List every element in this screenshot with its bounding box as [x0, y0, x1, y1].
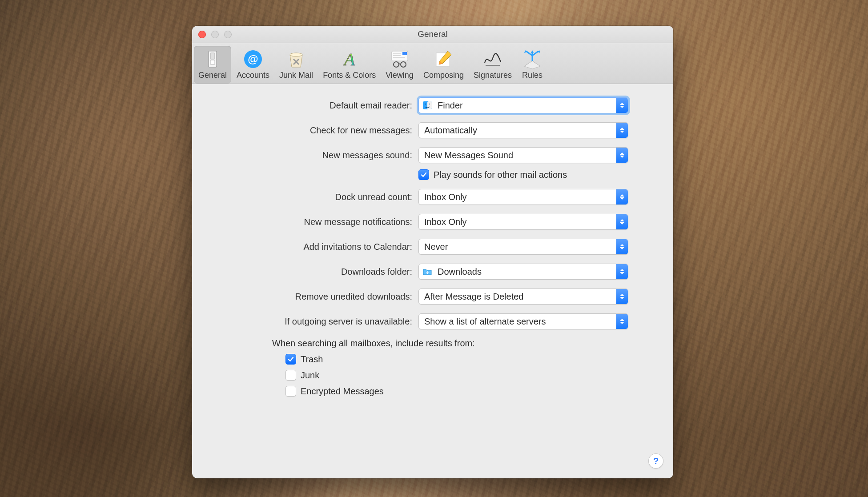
help-icon: ?	[653, 456, 659, 466]
svg-text:A: A	[342, 49, 355, 69]
traffic-lights	[198, 31, 232, 38]
popup-arrows-icon	[616, 264, 628, 279]
default-reader-label: Default email reader:	[210, 100, 418, 111]
new-sound-value: New Messages Sound	[419, 150, 616, 160]
downloads-folder-label: Downloads folder:	[210, 267, 418, 277]
tab-label: Signatures	[474, 71, 512, 80]
search-encrypted-label: Encrypted Messages	[301, 386, 384, 397]
popup-arrows-icon	[616, 289, 628, 304]
help-button[interactable]: ?	[648, 453, 663, 469]
tab-label: Junk Mail	[279, 71, 313, 80]
svg-point-22	[425, 104, 426, 104]
popup-arrows-icon	[616, 189, 628, 204]
tab-general[interactable]: General	[194, 46, 231, 84]
signatures-icon	[482, 48, 503, 70]
check-messages-label: Check for new messages:	[210, 125, 418, 136]
viewing-icon	[389, 48, 410, 70]
svg-rect-2	[210, 60, 215, 64]
tab-accounts[interactable]: @ Accounts	[232, 46, 274, 84]
tab-signatures[interactable]: Signatures	[469, 46, 516, 84]
notifications-value: Inbox Only	[419, 217, 616, 227]
preferences-window: General General @ Accounts	[192, 26, 673, 478]
dock-unread-value: Inbox Only	[419, 192, 616, 202]
notifications-popup[interactable]: Inbox Only	[418, 214, 628, 230]
svg-text:@: @	[248, 53, 258, 65]
tab-label: Rules	[522, 71, 542, 80]
search-heading: When searching all mailboxes, include re…	[272, 338, 655, 349]
remove-downloads-popup[interactable]: After Message is Deleted	[418, 289, 628, 305]
rules-icon	[522, 48, 543, 70]
popup-arrows-icon	[616, 239, 628, 254]
new-sound-label: New messages sound:	[210, 150, 418, 160]
add-invitations-label: Add invitations to Calendar:	[210, 242, 418, 252]
search-trash-checkbox[interactable]	[285, 354, 296, 365]
play-sounds-checkbox[interactable]	[418, 169, 429, 180]
fonts-colors-icon: A	[339, 48, 360, 70]
popup-arrows-icon	[616, 123, 628, 138]
outgoing-unavailable-popup[interactable]: Show a list of alternate servers	[418, 313, 628, 329]
svg-rect-10	[402, 52, 407, 55]
tab-label: General	[198, 71, 227, 80]
downloads-folder-value: Downloads	[436, 267, 616, 277]
svg-point-14	[394, 62, 399, 67]
tab-composing[interactable]: Composing	[419, 46, 468, 84]
window-titlebar: General	[192, 26, 673, 43]
downloads-folder-icon	[422, 267, 432, 277]
general-icon	[202, 48, 223, 70]
default-reader-value: Finder	[436, 100, 616, 111]
search-junk-label: Junk	[301, 370, 319, 381]
composing-icon	[433, 48, 454, 70]
dock-unread-label: Dock unread count:	[210, 192, 418, 202]
tab-junk-mail[interactable]: Junk Mail	[275, 46, 317, 84]
tab-label: Fonts & Colors	[323, 71, 376, 80]
dock-unread-popup[interactable]: Inbox Only	[418, 189, 628, 205]
svg-marker-17	[531, 50, 534, 53]
accounts-icon: @	[242, 48, 264, 70]
new-sound-popup[interactable]: New Messages Sound	[418, 147, 628, 163]
finder-icon	[422, 100, 432, 110]
default-reader-popup[interactable]: Finder	[418, 97, 628, 113]
svg-rect-1	[210, 53, 215, 59]
junk-mail-icon	[285, 48, 307, 70]
svg-rect-21	[427, 101, 432, 109]
minimize-window-button[interactable]	[211, 31, 219, 38]
svg-point-15	[401, 62, 406, 67]
tab-label: Viewing	[386, 71, 414, 80]
window-title: General	[192, 29, 673, 39]
tab-label: Composing	[423, 71, 464, 80]
play-sounds-label: Play sounds for other mail actions	[434, 170, 567, 180]
preferences-toolbar: General @ Accounts Junk Mail	[192, 43, 673, 84]
remove-downloads-value: After Message is Deleted	[419, 292, 616, 302]
add-invitations-popup[interactable]: Never	[418, 239, 628, 255]
search-encrypted-checkbox[interactable]	[285, 386, 296, 397]
tab-viewing[interactable]: Viewing	[381, 46, 418, 84]
outgoing-unavailable-label: If outgoing server is unavailable:	[210, 317, 418, 327]
notifications-label: New message notifications:	[210, 217, 418, 227]
tab-fonts-colors[interactable]: A Fonts & Colors	[318, 46, 380, 84]
popup-arrows-icon	[616, 214, 628, 229]
check-messages-popup[interactable]: Automatically	[418, 122, 628, 138]
general-settings-pane: Default email reader: Finder Check for n…	[192, 84, 673, 410]
zoom-window-button[interactable]	[224, 31, 232, 38]
search-junk-checkbox[interactable]	[285, 370, 296, 381]
svg-point-5	[290, 53, 302, 56]
outgoing-unavailable-value: Show a list of alternate servers	[419, 317, 616, 327]
popup-arrows-icon	[616, 148, 628, 163]
tab-rules[interactable]: Rules	[517, 46, 547, 84]
svg-point-23	[429, 104, 430, 104]
check-messages-value: Automatically	[419, 125, 616, 136]
popup-arrows-icon	[616, 314, 628, 329]
downloads-folder-popup[interactable]: Downloads	[418, 264, 628, 280]
search-trash-label: Trash	[301, 354, 323, 365]
close-window-button[interactable]	[198, 31, 206, 38]
search-options: Trash Junk Encrypted Messages	[285, 354, 655, 397]
popup-arrows-icon	[616, 98, 628, 113]
tab-label: Accounts	[237, 71, 269, 80]
remove-downloads-label: Remove unedited downloads:	[210, 292, 418, 302]
add-invitations-value: Never	[419, 242, 616, 252]
